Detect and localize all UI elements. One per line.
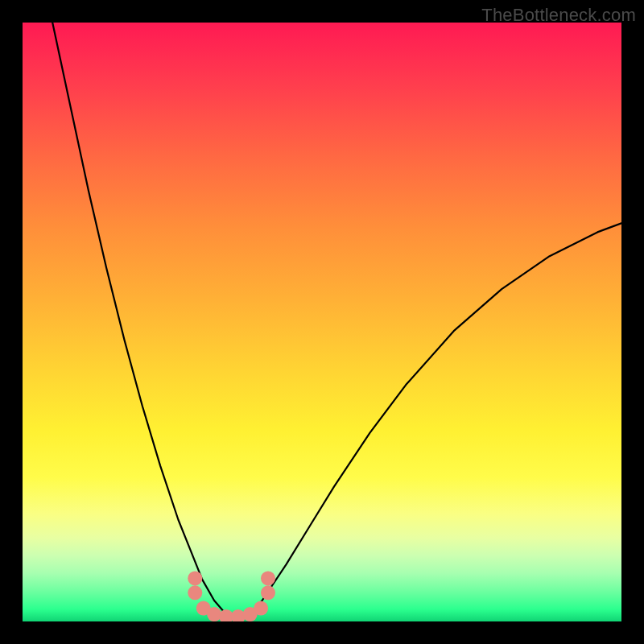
curve-layer — [52, 23, 621, 618]
outer-frame: TheBottleneck.com — [0, 0, 644, 644]
watermark-text: TheBottleneck.com — [481, 5, 636, 26]
trough-marker — [188, 571, 202, 585]
chart-svg — [23, 23, 621, 621]
trough-marker — [207, 607, 221, 621]
marker-layer — [188, 571, 275, 621]
trough-marker — [254, 601, 268, 616]
plot-area — [23, 23, 621, 621]
main-curve — [52, 23, 621, 618]
trough-marker — [188, 585, 202, 600]
trough-marker — [261, 585, 275, 600]
trough-marker — [261, 571, 275, 585]
